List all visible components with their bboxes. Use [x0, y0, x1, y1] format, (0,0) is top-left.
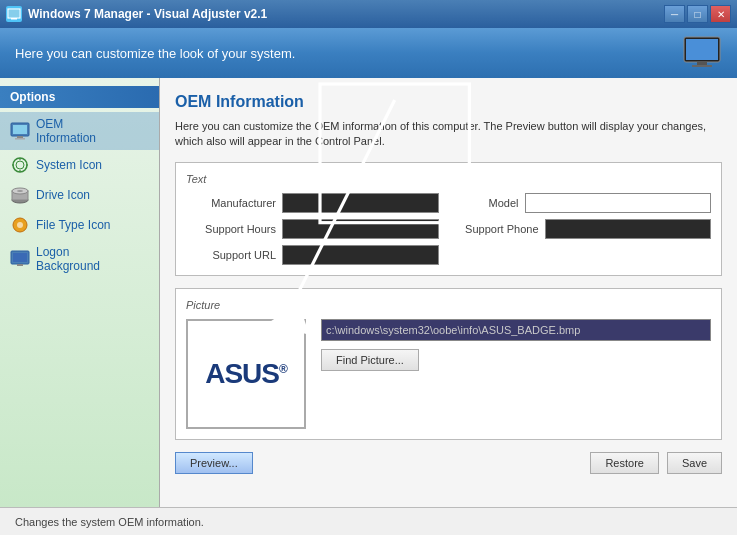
support-url-label: Support URL [186, 249, 276, 261]
support-phone-input[interactable] [545, 219, 712, 239]
logon-background-label: LogonBackground [36, 245, 100, 273]
app-icon [6, 6, 22, 22]
main-container: Options OEMInformation [0, 78, 737, 507]
window-controls: ─ □ ✕ [664, 5, 731, 23]
svg-point-16 [17, 190, 23, 192]
svg-rect-1 [11, 18, 17, 20]
sidebar-header: Options [0, 86, 159, 108]
picture-content: ASUS® c:\windows\system32\oobe\info\ASUS… [186, 319, 711, 429]
title-bar: Windows 7 Manager - Visual Adjuster v2.1… [0, 0, 737, 28]
support-phone-label: Support Phone [459, 223, 539, 235]
support-hours-label: Support Hours [186, 223, 276, 235]
content-title: OEM Information [175, 93, 722, 111]
oem-icon [10, 121, 30, 141]
content-desc: Here you can customize the OEM informati… [175, 119, 722, 150]
picture-controls: c:\windows\system32\oobe\info\ASUS_BADGE… [321, 319, 711, 371]
oem-label: OEMInformation [36, 117, 96, 145]
svg-point-12 [16, 161, 24, 169]
logon-background-icon [10, 249, 30, 269]
manufacturer-input[interactable] [282, 193, 439, 213]
support-url-input[interactable] [282, 245, 439, 265]
status-text: Changes the system OEM information. [15, 516, 204, 528]
svg-rect-9 [17, 136, 23, 138]
sidebar-item-system-icon[interactable]: System Icon [0, 150, 159, 180]
svg-rect-20 [13, 253, 27, 262]
find-picture-button[interactable]: Find Picture... [321, 349, 419, 371]
svg-rect-4 [686, 39, 718, 60]
restore-button[interactable]: Restore [590, 452, 659, 474]
support-hours-input[interactable] [282, 219, 439, 239]
sidebar-item-oem[interactable]: OEMInformation [0, 112, 159, 150]
svg-rect-6 [692, 65, 712, 67]
model-label: Model [459, 197, 519, 209]
sidebar-item-logon-background[interactable]: LogonBackground [0, 240, 159, 278]
drive-icon-icon [10, 185, 30, 205]
system-icon-icon [10, 155, 30, 175]
svg-rect-8 [13, 125, 27, 134]
model-row: Model [459, 193, 712, 213]
monitor-icon [682, 36, 722, 71]
system-icon-label: System Icon [36, 158, 102, 172]
svg-point-18 [17, 222, 23, 228]
svg-point-11 [13, 158, 27, 172]
picture-preview: ASUS® [186, 319, 306, 429]
asus-text: ASUS [205, 358, 279, 389]
status-bar: Changes the system OEM information. [0, 507, 737, 535]
info-bar: Here you can customize the look of your … [0, 28, 737, 78]
minimize-button[interactable]: ─ [664, 5, 685, 23]
svg-rect-5 [697, 62, 707, 65]
asus-logo: ASUS® [205, 358, 287, 390]
support-url-row: Support URL [186, 245, 439, 265]
action-row: Preview... Restore Save [175, 452, 722, 474]
picture-section: Picture ASUS® c:\windows\system32\oobe\i… [175, 288, 722, 440]
save-button[interactable]: Save [667, 452, 722, 474]
svg-rect-2 [9, 10, 19, 17]
picture-path-input[interactable]: c:\windows\system32\oobe\info\ASUS_BADGE… [321, 319, 711, 341]
file-type-icon-label: File Type Icon [36, 218, 110, 232]
sidebar: Options OEMInformation [0, 78, 160, 507]
svg-rect-21 [17, 264, 23, 266]
drive-icon-label: Drive Icon [36, 188, 90, 202]
support-phone-row: Support Phone [459, 219, 712, 239]
action-right-buttons: Restore Save [590, 452, 722, 474]
svg-rect-10 [15, 138, 25, 140]
form-grid: Manufacturer Model Support Hours Support… [186, 193, 711, 265]
manufacturer-label: Manufacturer [186, 197, 276, 209]
manufacturer-row: Manufacturer [186, 193, 439, 213]
model-input[interactable] [525, 193, 712, 213]
text-section: Text Manufacturer Model Support Hours [175, 162, 722, 276]
support-hours-row: Support Hours [186, 219, 439, 239]
file-type-icon-icon [10, 215, 30, 235]
sidebar-item-file-type-icon[interactable]: File Type Icon [0, 210, 159, 240]
content-area: OEM Information Here you can customize t… [160, 78, 737, 507]
preview-button[interactable]: Preview... [175, 452, 253, 474]
info-bar-text: Here you can customize the look of your … [15, 46, 295, 61]
picture-label: Picture [186, 299, 711, 311]
title-text: Windows 7 Manager - Visual Adjuster v2.1 [28, 7, 267, 21]
sidebar-item-drive-icon[interactable]: Drive Icon [0, 180, 159, 210]
close-button[interactable]: ✕ [710, 5, 731, 23]
text-section-label: Text [186, 173, 711, 185]
maximize-button[interactable]: □ [687, 5, 708, 23]
